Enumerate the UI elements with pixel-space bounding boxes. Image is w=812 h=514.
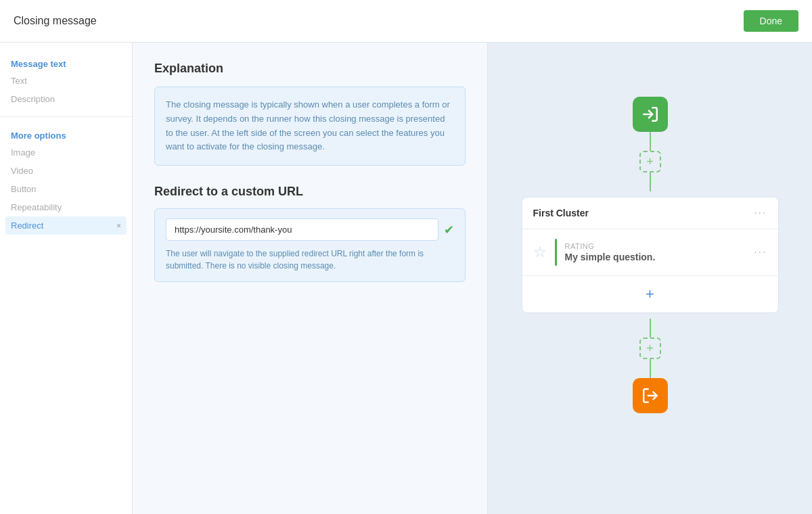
- url-input-row: ✔: [166, 218, 454, 241]
- cluster-header-dots[interactable]: ···: [754, 207, 767, 219]
- redirect-section: Redirect to a custom URL ✔ The user will…: [154, 185, 466, 282]
- item-type-label: Rating: [565, 242, 746, 250]
- item-content: Rating My simple question.: [565, 242, 746, 262]
- cluster-header: First Cluster ···: [522, 197, 778, 229]
- connector-3: [650, 319, 651, 337]
- connector-4: [650, 359, 651, 378]
- start-node-icon: [633, 97, 668, 132]
- add-node-bottom[interactable]: +: [639, 337, 661, 359]
- main-layout: Message text Text Description More optio…: [0, 43, 812, 514]
- add-node-top[interactable]: +: [639, 151, 661, 172]
- cluster-title: First Cluster: [533, 208, 589, 218]
- sidebar-item-repeatability[interactable]: Repeatability: [0, 198, 132, 216]
- connector-1: [650, 132, 651, 151]
- cluster-add-icon: +: [646, 285, 654, 303]
- sidebar-section-message-text[interactable]: Message text: [0, 53, 132, 72]
- check-icon: ✔: [444, 223, 454, 237]
- sidebar-item-video[interactable]: Video: [0, 162, 132, 180]
- done-button[interactable]: Done: [744, 10, 798, 32]
- connector-2: [650, 172, 651, 191]
- item-divider: [555, 239, 557, 266]
- explanation-title: Explanation: [154, 62, 466, 76]
- flow-panel: + First Cluster ··· ☆ Rating My simple q…: [488, 43, 812, 514]
- item-dots[interactable]: ···: [754, 246, 767, 258]
- redirect-title: Redirect to a custom URL: [154, 185, 466, 199]
- end-node-icon: [633, 378, 668, 413]
- header: Closing message Done: [0, 0, 812, 43]
- sidebar-item-button[interactable]: Button: [0, 180, 132, 198]
- page-title: Closing message: [14, 15, 97, 27]
- sidebar-item-redirect[interactable]: Redirect ×: [5, 216, 127, 235]
- sidebar-item-image[interactable]: Image: [0, 143, 132, 162]
- flow-content: + First Cluster ··· ☆ Rating My simple q…: [522, 97, 779, 413]
- explanation-box: The closing message is typically shown w…: [154, 87, 466, 166]
- sidebar: Message text Text Description More optio…: [0, 43, 133, 514]
- content-panel: Explanation The closing message is typic…: [133, 43, 488, 514]
- cluster-item-rating: ☆ Rating My simple question. ···: [522, 229, 778, 276]
- url-hint: The user will navigate to the supplied r…: [166, 248, 454, 272]
- cluster-add-row[interactable]: +: [522, 276, 778, 312]
- sidebar-divider: [0, 116, 132, 117]
- star-icon: ☆: [533, 243, 547, 261]
- sidebar-redirect-close[interactable]: ×: [116, 221, 121, 231]
- item-question-text: My simple question.: [565, 252, 746, 262]
- url-input[interactable]: [166, 218, 438, 241]
- sidebar-item-description[interactable]: Description: [0, 90, 132, 108]
- cluster-card: First Cluster ··· ☆ Rating My simple que…: [522, 197, 779, 313]
- url-input-box: ✔ The user will navigate to the supplied…: [154, 208, 466, 282]
- sidebar-section-more-options[interactable]: More options: [0, 125, 132, 143]
- sidebar-item-text[interactable]: Text: [0, 72, 132, 90]
- explanation-text: The closing message is typically shown w…: [166, 98, 454, 154]
